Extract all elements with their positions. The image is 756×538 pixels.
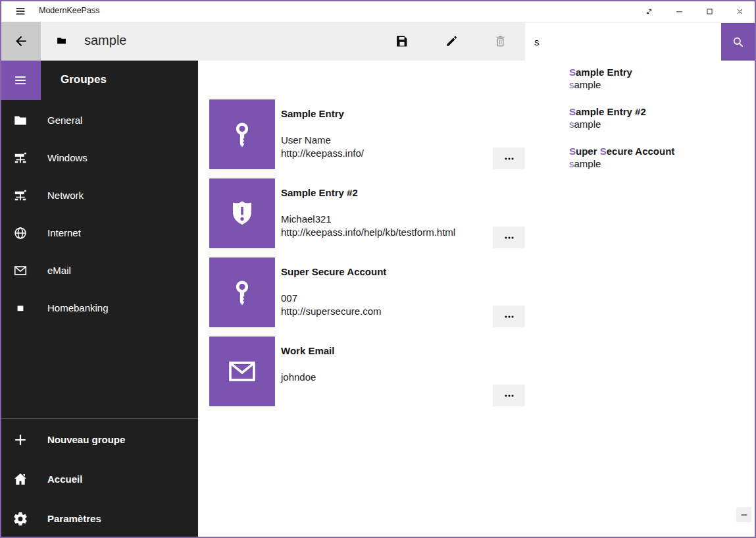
maximize-button[interactable] [694, 1, 724, 22]
folder-icon [13, 113, 28, 128]
entry-tile [209, 178, 275, 248]
entry-details: johndoe [281, 371, 316, 384]
suggestion-subtitle: sample [569, 118, 754, 131]
sidebar: Groupes GeneralWindowsNetworkInterneteMa… [0, 61, 198, 537]
key-icon [226, 277, 258, 308]
sidebar-item-label: General [47, 101, 82, 139]
shield-icon [226, 198, 258, 229]
network-icon [13, 151, 28, 165]
suggestion-item[interactable]: Sample Entrysample [559, 61, 754, 100]
delete-button[interactable] [484, 22, 516, 61]
sidebar-divider [0, 418, 198, 419]
suggestion-title: Sample Entry [569, 66, 754, 78]
mail-icon [13, 263, 28, 278]
delete-icon [493, 34, 507, 48]
sidebar-item-label: Internet [47, 214, 81, 252]
close-button[interactable] [724, 1, 755, 22]
entry-title: Sample Entry [281, 108, 344, 119]
edit-icon [445, 34, 459, 48]
search-suggestions: Sample EntrysampleSample Entry #2sampleS… [559, 61, 754, 179]
edit-button[interactable] [436, 22, 467, 61]
entry-tile [209, 99, 275, 169]
ellipsis-icon [502, 309, 517, 324]
suggestion-subtitle: sample [569, 78, 754, 92]
suggestion-item[interactable]: Sample Entry #2sample [559, 100, 754, 140]
entry-row[interactable]: Super Secure Account007http://supersecur… [209, 257, 565, 327]
sidebar-item-label: Paramètres [47, 499, 101, 538]
fullscreen-icon [644, 7, 654, 16]
suggestion-title: Sample Entry #2 [569, 105, 754, 118]
sidebar-action-accueil[interactable]: Accueil [0, 460, 198, 499]
suggestion-subtitle: sample [569, 157, 754, 171]
entry-row[interactable]: Sample Entry #2Michael321http://keepass.… [209, 178, 565, 248]
sidebar-action-param-tres[interactable]: Paramètres [0, 499, 198, 538]
fullscreen-button[interactable] [634, 1, 664, 22]
entry-row[interactable]: Sample EntryUser Namehttp://keepass.info… [209, 99, 565, 169]
gear-icon [13, 511, 28, 527]
hamburger-icon [14, 5, 26, 17]
mail-icon [226, 356, 258, 387]
search-icon [731, 35, 745, 49]
entry-details: 007http://supersecure.com [281, 292, 382, 318]
sidebar-action-nouveau-groupe[interactable]: Nouveau groupe [0, 420, 198, 460]
hamburger-icon [13, 73, 28, 88]
network-icon [13, 188, 28, 203]
entry-details: Michael321http://keepass.info/help/kb/te… [281, 213, 455, 239]
zoom-out-button[interactable] [736, 507, 751, 522]
entry-more-button[interactable] [493, 227, 525, 248]
app-title: ModernKeePass [39, 0, 99, 22]
sidebar-item-label: Homebanking [47, 289, 109, 327]
minus-icon [740, 510, 749, 520]
sidebar-item-windows[interactable]: Windows [0, 139, 198, 176]
title-bar: ModernKeePass [0, 0, 756, 22]
minimize-icon [674, 7, 684, 16]
sidebar-item-label: Accueil [47, 460, 82, 499]
sidebar-item-label: Network [47, 176, 84, 214]
entry-title: Sample Entry #2 [281, 187, 358, 198]
suggestion-title: Super Secure Account [569, 145, 754, 157]
ellipsis-icon [502, 151, 517, 166]
group-list: GeneralWindowsNetworkInterneteMailHomeba… [0, 101, 198, 327]
groups-header: Groupes [61, 61, 107, 100]
close-icon [735, 7, 745, 16]
sidebar-item-label: eMail [47, 252, 71, 289]
sidebar-item-homebanking[interactable]: Homebanking [0, 289, 198, 327]
square-icon [13, 301, 28, 315]
sidebar-item-internet[interactable]: Internet [0, 214, 198, 252]
entry-details: User Namehttp://keepass.info/ [281, 134, 364, 160]
titlebar-menu-button[interactable] [7, 0, 34, 22]
command-bar: sample [0, 22, 756, 61]
suggestion-item[interactable]: Super Secure Accountsample [559, 140, 754, 179]
entry-tile [209, 257, 275, 327]
search-input[interactable] [525, 23, 721, 61]
entry-row[interactable]: Work Emailjohndoe [209, 336, 565, 406]
search-button[interactable] [721, 23, 755, 61]
globe-icon [13, 226, 28, 240]
minimize-button[interactable] [664, 1, 694, 22]
entry-more-button[interactable] [493, 385, 525, 406]
sidebar-menu-button[interactable] [0, 61, 41, 100]
home-icon [13, 471, 28, 487]
ellipsis-icon [502, 389, 517, 403]
sidebar-item-general[interactable]: General [0, 101, 198, 139]
sidebar-item-label: Windows [47, 139, 88, 176]
save-icon [395, 34, 409, 48]
key-icon [226, 119, 258, 150]
window-controls [634, 1, 755, 22]
sidebar-item-email[interactable]: eMail [0, 252, 198, 289]
maximize-icon [705, 7, 715, 16]
sidebar-footer: Nouveau groupeAccueilParamètres [0, 420, 198, 538]
entry-tile [209, 336, 275, 406]
save-button[interactable] [386, 22, 417, 61]
entry-title: Super Secure Account [281, 266, 386, 277]
entry-more-button[interactable] [493, 148, 525, 169]
sidebar-item-label: Nouveau groupe [47, 420, 125, 460]
ellipsis-icon [502, 230, 517, 245]
sidebar-item-network[interactable]: Network [0, 176, 198, 214]
plus-icon [13, 432, 28, 448]
entry-more-button[interactable] [493, 306, 525, 327]
entry-title: Work Email [281, 345, 334, 356]
